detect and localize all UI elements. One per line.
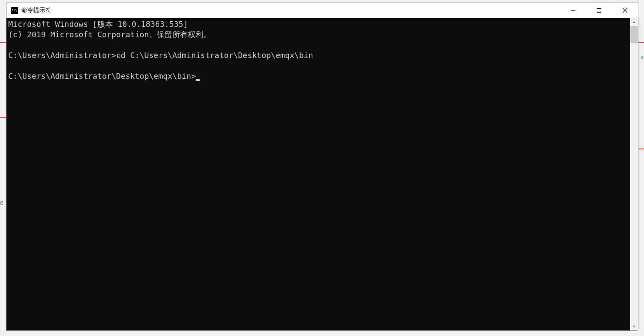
background-text-fragment: e [0, 199, 3, 206]
background-divider [0, 117, 6, 118]
command-prompt-icon [11, 7, 18, 14]
background-divider [0, 42, 6, 43]
terminal-wrapper: Microsoft Windows [版本 10.0.18363.535] (c… [6, 18, 638, 330]
vertical-scrollbar[interactable] [630, 18, 638, 330]
chevron-down-icon [632, 325, 636, 328]
terminal-line: (c) 2019 Microsoft Corporation。保留所有权利。 [8, 30, 211, 39]
command-prompt-window: 命令提示符 Microsoft Windows [版本 10.0.18363.5 [6, 3, 638, 331]
maximize-icon [596, 8, 602, 13]
chevron-up-icon [632, 21, 636, 23]
maximize-button[interactable] [586, 3, 612, 18]
background-divider [638, 149, 644, 149]
scrollbar-track[interactable] [630, 26, 638, 323]
terminal-cursor [196, 79, 200, 81]
window-titlebar[interactable]: 命令提示符 [6, 3, 638, 18]
window-title: 命令提示符 [21, 6, 560, 14]
window-controls [560, 3, 638, 18]
scrollbar-down-arrow[interactable] [630, 323, 638, 330]
minimize-button[interactable] [560, 3, 586, 18]
minimize-icon [570, 8, 576, 13]
terminal-line: Microsoft Windows [版本 10.0.18363.535] [8, 19, 188, 29]
background-text-fragment: 8 [641, 55, 643, 60]
scrollbar-up-arrow[interactable] [630, 18, 638, 26]
close-button[interactable] [612, 3, 638, 18]
terminal-prompt: C:\Users\Administrator> [8, 51, 116, 60]
svg-rect-1 [597, 9, 601, 13]
terminal-output[interactable]: Microsoft Windows [版本 10.0.18363.535] (c… [6, 18, 630, 330]
terminal-command: cd C:\Users\Administrator\Desktop\emqx\b… [116, 51, 313, 60]
scrollbar-thumb[interactable] [630, 26, 638, 43]
background-divider [638, 42, 644, 43]
terminal-prompt: C:\Users\Administrator\Desktop\emqx\bin> [8, 71, 196, 81]
close-icon [622, 8, 628, 13]
